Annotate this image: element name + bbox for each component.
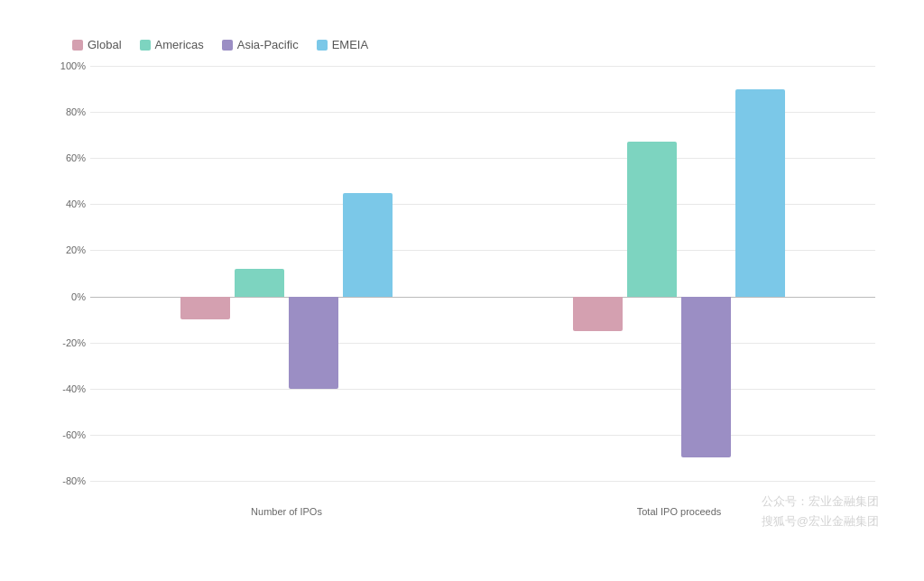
- y-tick-label: 100%: [60, 60, 86, 71]
- y-tick-label: 60%: [66, 152, 86, 163]
- legend-color-asia-pacific: [222, 40, 233, 51]
- legend-item-global: Global: [72, 38, 122, 51]
- y-tick-label: 40%: [66, 198, 86, 209]
- legend-item-americas: Americas: [140, 38, 204, 51]
- bar-global-1: [573, 297, 623, 331]
- legend-item-asia-pacific: Asia-Pacific: [222, 38, 299, 51]
- y-tick-label: 20%: [66, 244, 86, 255]
- y-tick-label: 0%: [71, 291, 86, 302]
- bar-global-0: [180, 297, 230, 320]
- legend-color-emeia: [317, 40, 328, 51]
- y-tick-label: -60%: [62, 429, 86, 440]
- bar-emeia-1: [735, 89, 785, 297]
- y-tick-label: -40%: [62, 383, 86, 394]
- bar-asia-pacific-1: [681, 297, 731, 458]
- watermark2: 搜狐号@宏业金融集团: [762, 512, 879, 531]
- chart-container: GlobalAmericasAsia-PacificEMEIA 100%80%6…: [0, 0, 924, 581]
- bar-emeia-0: [343, 193, 393, 297]
- x-label-1: Total IPO proceeds: [637, 506, 722, 517]
- y-tick-label: -20%: [62, 337, 86, 348]
- legend: GlobalAmericasAsia-PacificEMEIA: [72, 38, 888, 51]
- bar-asia-pacific-0: [289, 297, 338, 389]
- y-tick-label: 80%: [66, 106, 86, 117]
- bar-americas-0: [235, 269, 284, 297]
- chart-area: 100%80%60%40%20%0%-20%-40%-60%-80% Numbe…: [90, 66, 875, 481]
- watermark1: 公众号：宏业金融集团: [762, 492, 879, 512]
- legend-label-emeia: EMEIA: [332, 38, 368, 51]
- bar-americas-1: [627, 142, 677, 296]
- grid-line: [90, 481, 875, 482]
- legend-label-asia-pacific: Asia-Pacific: [237, 38, 299, 51]
- legend-color-americas: [140, 40, 151, 51]
- legend-color-global: [72, 40, 83, 51]
- x-label-0: Number of IPOs: [251, 506, 322, 517]
- legend-label-americas: Americas: [155, 38, 204, 51]
- legend-label-global: Global: [88, 38, 122, 51]
- y-tick-label: -80%: [62, 475, 86, 486]
- legend-item-emeia: EMEIA: [317, 38, 368, 51]
